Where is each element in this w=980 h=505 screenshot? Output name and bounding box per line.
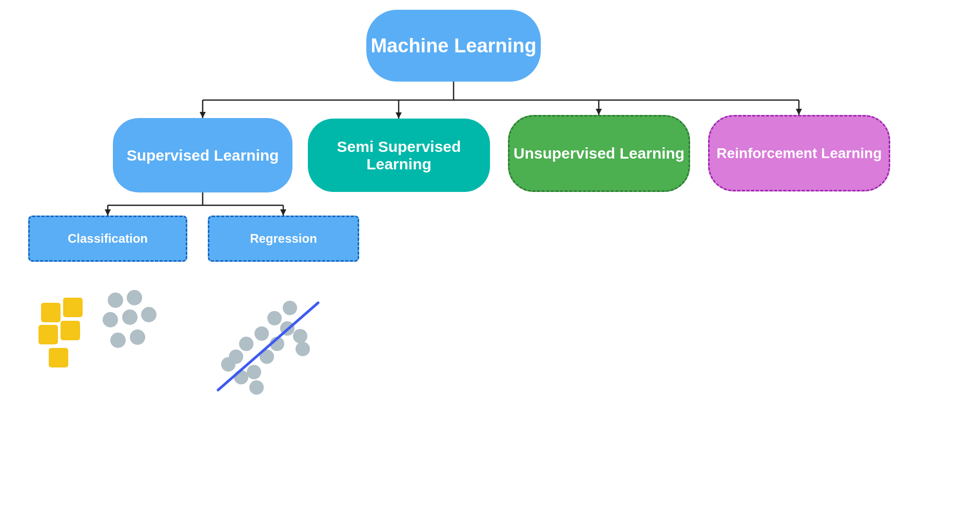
node-machine-learning: Machine Learning [366,10,541,82]
gray-circle [127,290,142,305]
svg-point-24 [293,329,307,343]
node-regression: Regression [208,216,359,262]
node-machine-learning-label: Machine Learning [370,35,536,57]
svg-point-20 [239,337,253,351]
node-supervised-label: Supervised Learning [127,147,279,164]
node-reinforcement-label: Reinforcement Learning [716,145,881,162]
svg-marker-7 [596,109,602,115]
svg-marker-5 [396,112,402,119]
ml-diagram: Machine Learning Supervised Learning Sem… [0,0,980,505]
regression-svg [200,277,364,400]
node-unsupervised-label: Unsupervised Learning [514,145,684,162]
node-classification-label: Classification [68,231,148,246]
yellow-square [63,298,83,317]
node-classification: Classification [28,216,187,262]
gray-circle [108,293,123,308]
svg-point-26 [229,349,243,364]
svg-point-28 [283,301,297,315]
svg-marker-15 [280,209,286,216]
svg-point-17 [234,370,248,384]
yellow-square [49,348,68,367]
gray-circle [130,329,145,345]
gray-circle [122,309,138,325]
svg-marker-9 [796,109,802,115]
svg-point-29 [249,380,264,395]
svg-marker-3 [200,112,206,118]
svg-point-18 [247,365,261,379]
yellow-square [38,325,58,344]
node-reinforcement-learning: Reinforcement Learning [708,115,890,191]
classification-illustration [28,287,187,400]
node-regression-label: Regression [250,231,317,246]
node-supervised-learning: Supervised Learning [113,118,292,192]
yellow-square [41,303,61,322]
svg-point-21 [254,326,269,341]
gray-circle [141,307,156,322]
yellow-square [61,321,80,340]
gray-circle [103,312,118,327]
gray-circle [110,333,126,348]
svg-marker-13 [105,209,111,216]
node-semi-label: Semi Supervised Learning [308,138,490,173]
svg-point-25 [296,342,310,356]
svg-point-27 [267,311,282,325]
node-semi-supervised-learning: Semi Supervised Learning [308,119,490,192]
regression-illustration [200,277,364,400]
node-unsupervised-learning: Unsupervised Learning [508,115,690,192]
